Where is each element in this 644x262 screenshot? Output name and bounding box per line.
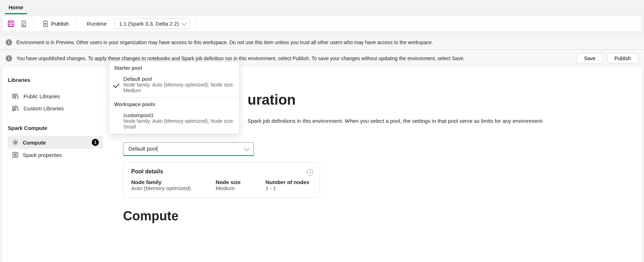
dropdown-item-sub: Node family: Auto (Memory optimized); No…	[123, 82, 234, 93]
floppy-icon	[7, 20, 15, 27]
sidebar-item-compute[interactable]: Compute 1	[8, 136, 103, 149]
environment-pool-select[interactable]: Default pool	[123, 142, 254, 156]
sidebar-item-public-libraries[interactable]: Public Libraries	[8, 90, 103, 102]
detail-key: Node size	[216, 179, 241, 185]
main-content: Starter pool Default pool Node family: A…	[109, 67, 642, 262]
runtime-select[interactable]: 1.1 (Spark 3.3, Delta 2.2)	[115, 18, 190, 29]
info-icon: i	[6, 39, 12, 46]
page-title: uration	[248, 92, 628, 108]
compute-badge: 1	[92, 139, 99, 146]
refresh-doc-button[interactable]	[19, 19, 29, 29]
runtime-label: Runtime	[82, 19, 112, 28]
divider	[34, 20, 34, 28]
detail-num-nodes: Number of nodes 1 - 1	[266, 179, 309, 191]
unpublished-banner-text: You have unpublished changes. To apply t…	[16, 56, 465, 61]
publish-button[interactable]: Publish	[607, 53, 638, 63]
pool-details-card: i Pool details Node family Auto (Memory …	[123, 162, 320, 198]
detail-value: Medium	[216, 185, 241, 191]
dropdown-item-custompool1[interactable]: custompool1 Node family: Auto (Memory op…	[109, 109, 239, 134]
body: Libraries Public Libraries Custom Librar…	[2, 67, 642, 262]
divider	[76, 20, 77, 28]
dropdown-item-name: Default pool	[123, 76, 234, 82]
svg-point-3	[13, 110, 14, 111]
detail-node-family: Node family Auto (Memory optimized)	[131, 179, 191, 191]
document-refresh-icon	[20, 20, 27, 27]
sidebar-heading-libraries: Libraries	[8, 77, 103, 83]
pool-dropdown: Starter pool Default pool Node family: A…	[109, 61, 240, 134]
detail-value: Auto (Memory optimized)	[131, 185, 191, 191]
pool-details-heading: Pool details	[131, 168, 312, 175]
tab-home[interactable]: Home	[5, 2, 27, 14]
custom-libraries-icon	[12, 105, 19, 111]
detail-key: Number of nodes	[266, 179, 309, 185]
svg-rect-1	[9, 21, 12, 23]
divider	[195, 20, 195, 28]
info-icon[interactable]: i	[307, 169, 313, 175]
text-cursor	[157, 146, 158, 152]
sidebar-item-label: Compute	[23, 140, 46, 146]
publish-toolbar-button[interactable]: Publish	[39, 19, 71, 29]
detail-value: 1 - 1	[266, 185, 309, 191]
sidebar-item-spark-properties[interactable]: Spark properties	[8, 149, 103, 161]
info-icon: i	[6, 55, 12, 62]
preview-banner: i Environment is in Preview. Other users…	[0, 35, 644, 49]
sidebar-item-label: Spark properties	[23, 152, 62, 158]
publish-icon	[42, 20, 49, 27]
toolbar: Publish Runtime 1.1 (Spark 3.3, Delta 2.…	[2, 16, 642, 32]
dropdown-item-name: custompool1	[123, 112, 234, 118]
gear-icon	[12, 139, 18, 146]
page-description: Spark job definitions in this environmen…	[248, 117, 628, 125]
unpublished-banner: i You have unpublished changes. To apply…	[0, 49, 644, 67]
dropdown-group-starter: Starter pool	[109, 62, 239, 73]
dropdown-group-workspace: Workspace pools	[109, 98, 239, 109]
public-libraries-icon	[12, 93, 19, 99]
save-icon-button[interactable]	[6, 19, 16, 29]
svg-rect-2	[9, 24, 13, 26]
detail-key: Node family	[131, 179, 191, 185]
sidebar-item-label: Public Libraries	[23, 93, 60, 99]
sidebar: Libraries Public Libraries Custom Librar…	[2, 67, 109, 262]
sidebar-heading-spark-compute: Spark Compute	[8, 125, 103, 131]
compute-section-heading: Compute	[123, 209, 628, 224]
properties-icon	[12, 152, 18, 158]
check-icon	[113, 82, 119, 88]
pool-select-value: Default pool	[128, 146, 157, 152]
sidebar-item-custom-libraries[interactable]: Custom Libraries	[8, 102, 103, 114]
dropdown-item-default-pool[interactable]: Default pool Node family: Auto (Memory o…	[109, 73, 239, 98]
svg-point-4	[14, 141, 16, 143]
save-button[interactable]: Save	[576, 53, 603, 63]
runtime-selected-value: 1.1 (Spark 3.3, Delta 2.2)	[119, 21, 179, 27]
tab-bar: Home	[0, 0, 644, 14]
dropdown-item-sub: Node family: Auto (Memory optimized); No…	[123, 118, 234, 130]
sidebar-item-label: Custom Libraries	[23, 105, 64, 111]
preview-banner-text: Environment is in Preview. Other users i…	[16, 40, 433, 45]
publish-label: Publish	[51, 21, 69, 27]
detail-node-size: Node size Medium	[216, 179, 241, 191]
